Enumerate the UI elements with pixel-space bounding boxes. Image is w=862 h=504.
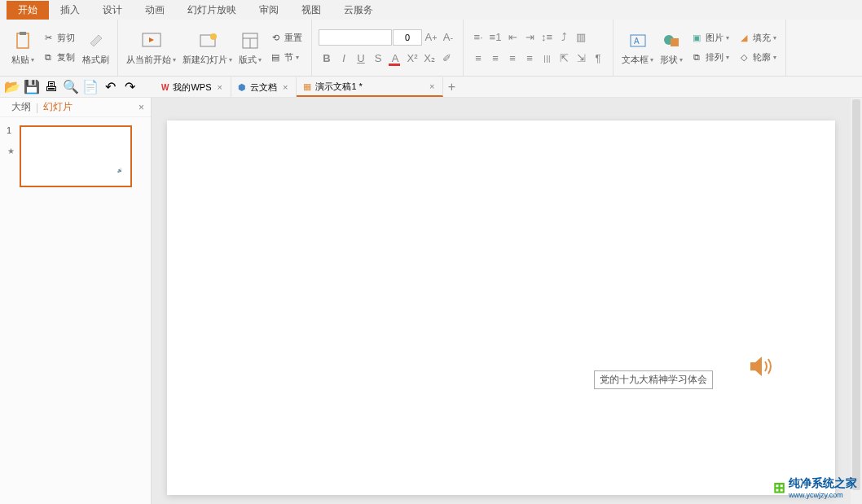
section-button[interactable]: ▤节▾ [266, 50, 305, 66]
open-button[interactable]: 📂 [5, 80, 20, 94]
fill-icon: ◢ [737, 32, 750, 45]
picture-button[interactable]: ▣图片▾ [688, 30, 732, 46]
animation-indicator-icon[interactable]: ★ [7, 147, 15, 156]
format-painter-button[interactable]: 格式刷 [79, 20, 112, 76]
copy-icon: ⧉ [42, 51, 55, 64]
bold-button[interactable]: B [319, 50, 335, 67]
fill-button[interactable]: ◢填充▾ [735, 30, 779, 46]
underline-button[interactable]: U [353, 50, 369, 67]
bullets-button[interactable]: ≡· [470, 29, 486, 46]
export-pdf-button[interactable]: 📄 [83, 80, 98, 94]
italic-button[interactable]: I [336, 50, 352, 67]
slide-thumbnail[interactable]: 🔊 [20, 125, 132, 187]
reset-label: 重置 [284, 32, 302, 44]
subscript-button[interactable]: X₂ [421, 50, 438, 67]
font-size-input[interactable] [393, 29, 422, 46]
text-placeholder[interactable]: 党的十九大精神学习体会 [594, 370, 713, 389]
increase-indent-button[interactable]: ⇥ [521, 29, 538, 46]
paste-button[interactable]: 粘贴▾ [8, 20, 37, 76]
undo-button[interactable]: ↶ [103, 80, 117, 94]
strike-button[interactable]: S [370, 50, 386, 67]
menu-tab-animation[interactable]: 动画 [134, 1, 176, 20]
cloud-icon: ⬢ [238, 82, 246, 93]
doc-tab-cloud[interactable]: ⬢ 云文档 × [231, 77, 297, 97]
clear-format-button[interactable]: ✐ [438, 50, 455, 67]
outline-tab[interactable]: 大纲 [7, 100, 36, 114]
slide-panel-header: 大纲 | 幻灯片 × [0, 98, 151, 117]
indent-right-button[interactable]: ⇲ [573, 50, 589, 67]
arrange-button[interactable]: ⧉排列▾ [688, 50, 732, 66]
menu-tab-start[interactable]: 开始 [7, 1, 49, 20]
doc-tab-mywps[interactable]: W 我的WPS × [155, 77, 231, 97]
undo-icon: ↶ [105, 79, 116, 94]
decrease-indent-button[interactable]: ⇤ [504, 29, 521, 46]
numbering-button[interactable]: ≡1 [487, 29, 504, 46]
slide-number: 1 [7, 125, 15, 135]
print-button[interactable]: 🖶 [44, 80, 59, 94]
copy-label: 复制 [57, 51, 75, 64]
section-label: 节 [284, 51, 293, 64]
increase-font-button[interactable]: A+ [423, 29, 439, 46]
speaker-icon [749, 355, 776, 378]
print-icon: 🖶 [45, 80, 58, 94]
menu-tab-view[interactable]: 视图 [290, 1, 332, 20]
doc-tab-presentation[interactable]: ▦ 演示文稿1 * × [297, 77, 443, 97]
columns-button[interactable]: ▥ [573, 29, 589, 46]
decrease-font-button[interactable]: A- [440, 29, 456, 46]
menu-tab-design[interactable]: 设计 [91, 1, 134, 20]
redo-button[interactable]: ↷ [122, 80, 137, 94]
menu-tab-slideshow[interactable]: 幻灯片放映 [176, 1, 248, 20]
scrollbar-thumb[interactable] [852, 99, 860, 490]
menu-tab-cloud[interactable]: 云服务 [332, 1, 385, 20]
start-from-current-button[interactable]: 从当前开始▾ [123, 20, 179, 76]
outline-button[interactable]: ◇轮廓▾ [735, 50, 779, 66]
close-tab-button[interactable]: × [216, 82, 224, 92]
formatpainter-label: 格式刷 [82, 54, 109, 66]
font-color-button[interactable]: A [387, 50, 403, 67]
logo-icon: ⊞ [773, 479, 785, 497]
superscript-button[interactable]: X² [404, 50, 420, 67]
align-justify-button[interactable]: ≡ [521, 50, 538, 67]
ribbon: 粘贴▾ ✂剪切 ⧉复制 格式刷 从当前开始▾ 新建幻灯片▾ 版式▾ ⟲重置 ▤节… [0, 20, 862, 77]
line-spacing-button[interactable]: ↕≡ [539, 29, 555, 46]
speaker-icon: 🔊 [117, 168, 122, 173]
textbox-button[interactable]: A 文本框▾ [618, 20, 657, 76]
menu-tab-insert[interactable]: 插入 [49, 1, 91, 20]
slide-workspace[interactable]: 党的十九大精神学习体会 [152, 98, 851, 504]
panel-close-button[interactable]: × [139, 102, 144, 113]
reset-button[interactable]: ⟲重置 [266, 30, 305, 46]
paragraph-dialog-button[interactable]: ¶ [590, 50, 606, 67]
font-family-input[interactable] [319, 29, 392, 46]
watermark-url: www.ycwjzy.com [789, 491, 857, 499]
vertical-scrollbar[interactable] [851, 98, 862, 504]
align-right-button[interactable]: ≡ [504, 50, 521, 67]
layout-button[interactable]: 版式▾ [235, 20, 265, 76]
close-tab-button[interactable]: × [281, 82, 289, 92]
align-left-button[interactable]: ≡ [470, 50, 486, 67]
slide-canvas[interactable]: 党的十九大精神学习体会 [167, 121, 835, 495]
new-slide-button[interactable]: 新建幻灯片▾ [179, 20, 235, 76]
indent-left-button[interactable]: ⇱ [556, 50, 572, 67]
close-tab-button[interactable]: × [428, 81, 436, 91]
pdf-icon: 📄 [82, 79, 99, 94]
add-tab-button[interactable]: + [443, 80, 460, 94]
doc-tab-label: 云文档 [250, 81, 277, 94]
svg-text:A: A [634, 37, 640, 46]
print-preview-button[interactable]: 🔍 [64, 80, 78, 94]
save-button[interactable]: 💾 [24, 80, 39, 94]
new-slide-icon [196, 29, 219, 52]
slides-tab[interactable]: 幻灯片 [38, 100, 77, 114]
copy-button[interactable]: ⧉复制 [39, 50, 77, 66]
menu-tab-review[interactable]: 审阅 [248, 1, 290, 20]
paste-icon [13, 31, 33, 50]
audio-object[interactable] [749, 355, 776, 381]
outline-label: 轮廓 [753, 51, 771, 64]
brush-icon [85, 29, 108, 52]
watermark: ⊞ 纯净系统之家 www.ycwjzy.com [773, 476, 857, 499]
shape-button[interactable]: 形状▾ [657, 20, 686, 76]
arrange-label: 排列 [706, 51, 723, 64]
text-direction-button[interactable]: ⤴ [556, 29, 572, 46]
align-center-button[interactable]: ≡ [487, 50, 504, 67]
cut-button[interactable]: ✂剪切 [39, 30, 77, 46]
distribute-button[interactable]: ⫼ [539, 50, 555, 67]
